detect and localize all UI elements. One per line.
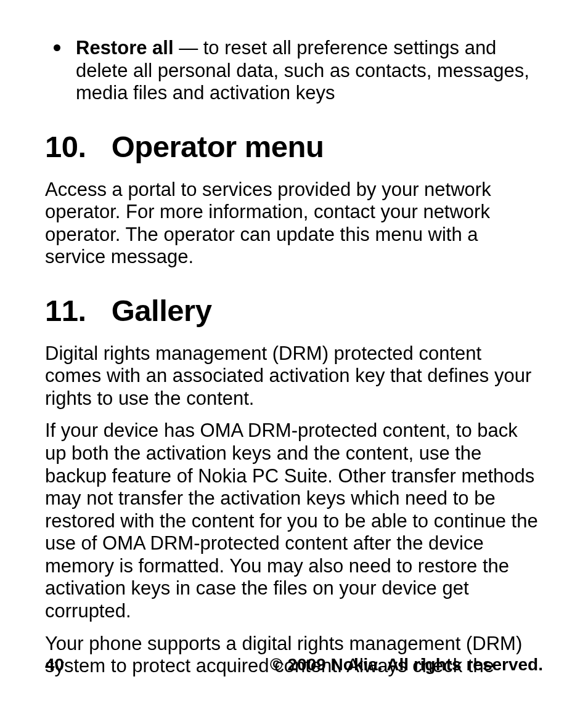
section-heading-10: 10. Operator menu [45,129,543,165]
bullet-icon [54,44,60,51]
paragraph: If your device has OMA DRM-protected con… [45,420,543,622]
paragraph: Digital rights management (DRM) protecte… [45,343,543,410]
section-title: Gallery [112,293,212,329]
page-number: 40 [45,655,64,675]
bullet-sep: — [174,37,203,59]
section-number: 10. [45,129,86,165]
section-title: Operator menu [112,129,324,165]
list-item: Restore all — to reset all preference se… [45,37,543,105]
bullet-list: Restore all — to reset all preference se… [45,37,543,105]
page-footer: 40 © 2009 Nokia. All rights reserved. [45,655,543,675]
page: Restore all — to reset all preference se… [0,0,588,727]
section-heading-11: 11. Gallery [45,293,543,329]
content-area: Restore all — to reset all preference se… [45,37,543,678]
bullet-lead: Restore all [76,37,174,59]
section-number: 11. [45,293,86,329]
paragraph: Access a portal to services provided by … [45,179,543,269]
copyright: © 2009 Nokia. All rights reserved. [270,655,543,675]
